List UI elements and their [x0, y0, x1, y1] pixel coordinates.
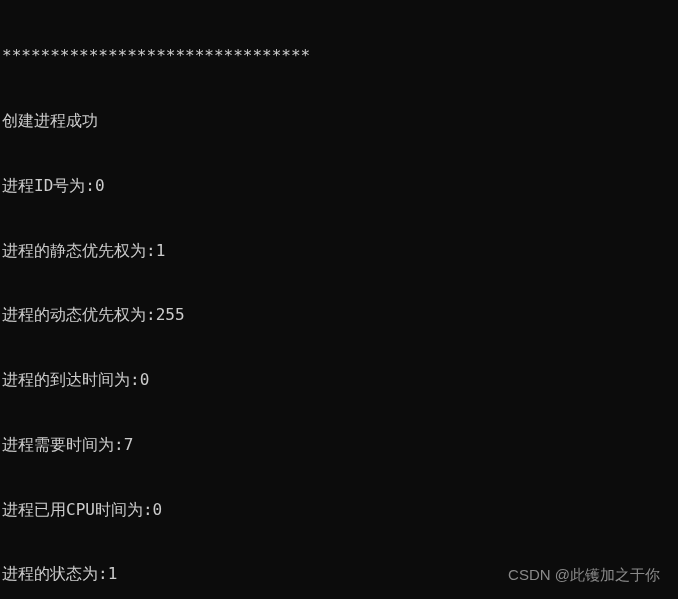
cpu-time-value: 0 — [153, 500, 163, 519]
need-time-label: 进程需要时间为: — [2, 435, 124, 454]
static-priority-line: 进程的静态优先权为:1 — [2, 240, 678, 262]
arrival-time-label: 进程的到达时间为: — [2, 370, 140, 389]
dynamic-priority-value: 255 — [156, 305, 185, 324]
process-id-line: 进程ID号为:0 — [2, 175, 678, 197]
state-label: 进程的状态为: — [2, 564, 108, 583]
terminal-output: ******************************** 创建进程成功 … — [2, 2, 678, 599]
arrival-time-value: 0 — [140, 370, 150, 389]
cpu-time-line: 进程已用CPU时间为:0 — [2, 499, 678, 521]
need-time-line: 进程需要时间为:7 — [2, 434, 678, 456]
dynamic-priority-line: 进程的动态优先权为:255 — [2, 304, 678, 326]
need-time-value: 7 — [124, 435, 134, 454]
id-value: 0 — [95, 176, 105, 195]
cpu-time-label: 进程已用CPU时间为: — [2, 500, 153, 519]
arrival-time-line: 进程的到达时间为:0 — [2, 369, 678, 391]
id-label: 进程ID号为: — [2, 176, 95, 195]
watermark-text: CSDN @此镬加之于你 — [508, 565, 660, 585]
dynamic-priority-label: 进程的动态优先权为: — [2, 305, 156, 324]
state-value: 1 — [108, 564, 118, 583]
separator-line: ******************************** — [2, 45, 678, 67]
create-success-line: 创建进程成功 — [2, 110, 678, 132]
static-priority-value: 1 — [156, 241, 166, 260]
static-priority-label: 进程的静态优先权为: — [2, 241, 156, 260]
